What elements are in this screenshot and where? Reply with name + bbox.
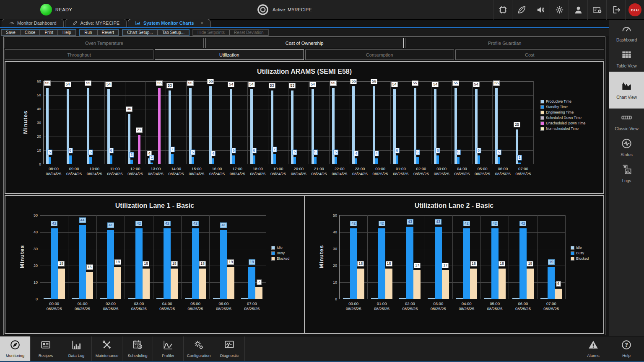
tab-cost-of-ownership[interactable]: Cost of Ownership <box>205 38 404 48</box>
sidebar-item-label: Chart View <box>616 95 637 100</box>
tab-monitor-dashboard[interactable]: Monitor Dashboard <box>2 19 64 27</box>
bottom-nav-diagnostic[interactable]: Diagnostic <box>214 336 245 361</box>
idle-bar <box>241 215 248 299</box>
revert-button[interactable]: Revert <box>97 30 119 36</box>
hide-setpoints-button[interactable]: Hide Setpoints <box>193 30 229 36</box>
non-scheduled-time-bar <box>140 81 143 164</box>
subtab-utilization[interactable]: Utilization <box>155 49 304 60</box>
bottom-nav-monitoring[interactable]: Monitoring <box>0 336 31 361</box>
value-label: 55 <box>493 80 500 86</box>
value-label: 6 <box>556 281 561 287</box>
bottom-nav-alarms[interactable]: Alarms <box>578 336 608 361</box>
bar-group: 421801:0008/25/25 <box>367 215 395 299</box>
logout-icon[interactable] <box>606 0 625 20</box>
bar-group: 56423:0008/24/25 <box>350 81 370 164</box>
sidebar-item-table-view[interactable]: Table View <box>609 46 644 72</box>
sidebar-item-dashboard[interactable]: Dashboard <box>609 20 644 46</box>
chart-title: Utilization Lane 2 - Basic <box>305 202 603 209</box>
bar-groups: 55508:0008/24/2554609:0008/24/2555510:00… <box>44 81 533 164</box>
busy-bar: 41 <box>220 215 227 299</box>
print-button[interactable]: Print <box>40 30 58 36</box>
bottom-nav-configuration[interactable]: Configuration <box>184 336 214 361</box>
license-card-icon[interactable] <box>587 0 606 20</box>
idle-bar <box>72 215 79 299</box>
idle-bar <box>343 215 350 299</box>
bar-fill <box>164 228 171 299</box>
bar-fill <box>255 287 262 299</box>
sidebar-item-chart-view[interactable]: Chart View <box>609 72 644 109</box>
close-icon[interactable]: × <box>201 21 203 26</box>
lane-charts-wrap: Utilization Lane 1 - Basic01020304050421… <box>5 195 604 334</box>
bottom-nav-maintenance[interactable]: Maintenance <box>92 336 122 361</box>
legend-label: Busy <box>576 251 584 255</box>
tab-profile-guardian[interactable]: Profile Guardian <box>405 38 604 48</box>
remote-view-icon[interactable] <box>493 0 512 20</box>
tab-active-myrecipe[interactable]: Active: MYRECIPE <box>65 19 127 27</box>
value-label: 42 <box>491 221 498 226</box>
value-label: 42 <box>192 221 199 226</box>
y-axis-label: Minutes <box>318 231 325 282</box>
tab-setup--button[interactable]: Tab Setup... <box>158 30 189 36</box>
ready-led <box>40 4 52 16</box>
save-button[interactable]: Save <box>1 30 20 36</box>
close-button[interactable]: Close <box>20 30 40 36</box>
value-label: 54 <box>432 82 439 87</box>
user-icon[interactable] <box>569 0 587 20</box>
eco-leaf-icon[interactable] <box>512 0 531 20</box>
help-button[interactable]: Help <box>58 30 76 36</box>
x-axis-tick-label: 06:0008/25/25 <box>216 301 231 312</box>
bar-fill <box>248 267 255 299</box>
chart-legend: Productive TimeStandby TimeEngineering T… <box>540 98 586 132</box>
subtab-throughput[interactable]: Throughput <box>5 49 153 60</box>
blocked-bar: 16 <box>86 215 93 299</box>
value-label: 54 <box>105 82 112 87</box>
tab-oven-temperature[interactable]: Oven Temperature <box>5 38 204 48</box>
busy-bar: 41 <box>107 215 114 299</box>
x-axis-tick-label: 01:0008/25/25 <box>75 301 90 312</box>
busy-bar: 19 <box>548 215 555 299</box>
bottom-nav-label: Monitoring <box>6 353 24 358</box>
value-label: 56 <box>207 79 214 84</box>
bottom-nav-data-log[interactable]: Data Log <box>61 336 92 361</box>
top-icon-bar: BTU <box>493 0 644 20</box>
value-label: 5 <box>190 150 195 155</box>
tools-icon <box>101 339 112 352</box>
legend-label: Blocked <box>277 256 289 261</box>
reset-deviation-button[interactable]: Reset Deviation <box>229 30 268 36</box>
bottom-nav-profiler[interactable]: Profiler <box>153 336 184 361</box>
busy-bar: 42 <box>192 215 199 299</box>
x-axis-tick-label: 19:0008/24/25 <box>270 166 286 177</box>
value-label: 54 <box>473 82 480 87</box>
settings-gear-icon[interactable] <box>550 0 569 20</box>
recipe-edit-icon <box>72 20 78 26</box>
bar-fill <box>540 298 548 299</box>
bar-group: 55508:0008/24/25 <box>44 81 64 164</box>
x-axis-tick-label: 05:0008/25/25 <box>188 301 203 312</box>
volume-icon[interactable] <box>531 0 550 20</box>
legend-label: Blocked <box>576 256 589 261</box>
x-axis-tick-label: 01:0008/25/25 <box>393 166 408 177</box>
non-scheduled-time-bar <box>447 81 449 164</box>
value-label: 5 <box>88 150 93 155</box>
bottom-nav-scheduling[interactable]: Scheduling <box>122 336 153 361</box>
chart-setup--button[interactable]: Chart Setup... <box>122 30 158 36</box>
value-label: 18 <box>199 261 206 266</box>
bottom-nav-recipes[interactable]: Recipes <box>31 336 61 361</box>
bottom-nav-help[interactable]: ?Help <box>611 336 641 361</box>
sidebar-item-logs[interactable]: Logs <box>609 160 644 186</box>
value-label: 18 <box>171 261 178 266</box>
non-scheduled-time-bar <box>528 81 531 164</box>
non-scheduled-time-bar <box>467 81 470 164</box>
bar-fill <box>463 228 470 299</box>
compass-icon <box>10 339 21 352</box>
x-axis-tick-label: 14:0008/24/25 <box>169 166 184 177</box>
sidebar-item-label: Table View <box>616 64 636 68</box>
btu-logo[interactable]: BTU <box>625 0 644 20</box>
sidebar-item-classic-view[interactable]: Classic View <box>609 109 644 134</box>
subtab-consumption[interactable]: Consumption <box>305 49 454 60</box>
sidebar-item-status[interactable]: Status <box>609 134 644 160</box>
tab-system-monitor-charts[interactable]: System Monitor Charts× <box>128 19 210 27</box>
subtab-cost[interactable]: Cost <box>455 49 604 60</box>
value-label: 6 <box>231 148 236 153</box>
run-button[interactable]: Run <box>80 30 97 36</box>
